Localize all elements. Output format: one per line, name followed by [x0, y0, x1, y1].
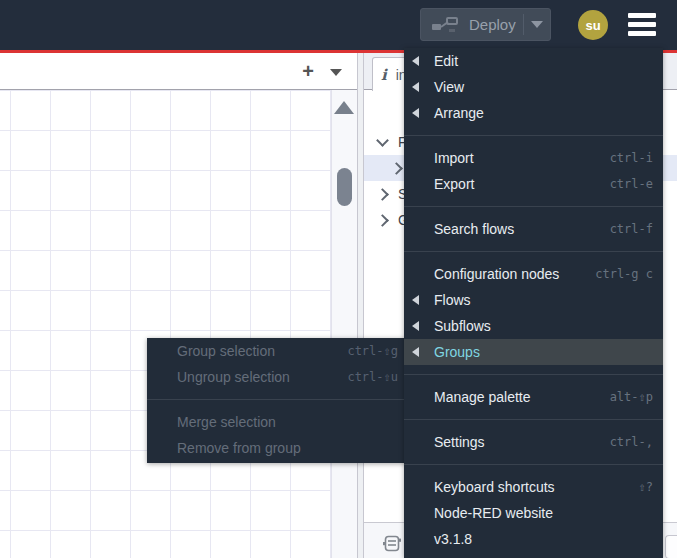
chevron-right-icon	[390, 162, 403, 175]
submenu-item-label: Merge selection	[177, 414, 398, 430]
menu-item-label: Configuration nodes	[434, 266, 595, 282]
menu-item-settings[interactable]: Settingsctrl-,	[404, 429, 663, 455]
flow-canvas[interactable]	[0, 90, 331, 558]
menu-item-flows[interactable]: Flows	[404, 287, 663, 313]
submenu-caret-icon	[412, 56, 419, 66]
submenu-caret-icon	[412, 347, 419, 357]
deploy-icon	[431, 16, 459, 34]
node-red-editor: Deploy su + i in FloSuGlo	[0, 0, 677, 558]
shortcut-label: ctrl-i	[610, 151, 653, 165]
menu-item-v3-1-8[interactable]: v3.1.8	[404, 526, 663, 552]
menu-item-label: View	[434, 79, 653, 95]
menu-item-configuration-nodes[interactable]: Configuration nodesctrl-g c	[404, 261, 663, 287]
chevron-down-icon	[376, 134, 389, 147]
sidebar-splitter[interactable]	[357, 53, 364, 558]
menu-item-arrange[interactable]: Arrange	[404, 100, 663, 126]
menu-item-import[interactable]: Importctrl-i	[404, 145, 663, 171]
menu-item-keyboard-shortcuts[interactable]: Keyboard shortcuts⇧?	[404, 474, 663, 500]
submenu-caret-icon	[412, 108, 419, 118]
shortcut-label: ctrl-⇧g	[347, 344, 398, 358]
sidebar-footer-button[interactable]	[665, 535, 677, 558]
avatar[interactable]: su	[578, 10, 608, 40]
chevron-right-icon	[376, 214, 389, 227]
menu-item-label: Export	[434, 176, 610, 192]
groups-submenu: Group selectionctrl-⇧gUngroup selectionc…	[147, 338, 408, 463]
submenu-item-remove-from-group: Remove from group	[147, 435, 408, 461]
menu-item-label: Keyboard shortcuts	[434, 479, 639, 495]
shortcut-label: ctrl-,	[610, 435, 653, 449]
submenu-separator	[147, 399, 408, 400]
shortcut-label: ctrl-g c	[595, 267, 653, 281]
menu-item-label: v3.1.8	[434, 531, 653, 547]
shortcut-label: ⇧?	[639, 480, 653, 494]
deploy-button[interactable]: Deploy	[420, 8, 551, 41]
submenu-item-ungroup-selection: Ungroup selectionctrl-⇧u	[147, 364, 408, 390]
menu-item-subflows[interactable]: Subflows	[404, 313, 663, 339]
main-menu: EditViewArrangeImportctrl-iExportctrl-eS…	[404, 48, 663, 558]
chevron-right-icon	[376, 188, 389, 201]
menu-item-label: Edit	[434, 53, 653, 69]
menu-separator	[404, 464, 663, 465]
menu-separator	[404, 206, 663, 207]
menu-item-label: Node-RED website	[434, 505, 653, 521]
menu-item-search-flows[interactable]: Search flowsctrl-f	[404, 216, 663, 242]
submenu-caret-icon	[412, 82, 419, 92]
menu-item-label: Flows	[434, 292, 653, 308]
submenu-item-label: Group selection	[177, 343, 347, 359]
menu-item-label: Groups	[434, 344, 653, 360]
menu-separator	[404, 135, 663, 136]
deploy-options-button[interactable]	[524, 21, 550, 28]
menu-item-view[interactable]: View	[404, 74, 663, 100]
submenu-item-merge-selection: Merge selection	[147, 409, 408, 435]
menu-item-edit[interactable]: Edit	[404, 48, 663, 74]
header: Deploy su	[0, 0, 677, 50]
submenu-caret-icon	[412, 321, 419, 331]
shortcut-label: ctrl-⇧u	[347, 370, 398, 384]
shortcut-label: ctrl-e	[610, 177, 653, 191]
submenu-item-group-selection: Group selectionctrl-⇧g	[147, 338, 408, 364]
menu-separator	[404, 374, 663, 375]
menu-item-label: Arrange	[434, 105, 653, 121]
menu-item-groups[interactable]: Groups	[404, 339, 663, 365]
chevron-down-icon	[531, 21, 543, 28]
flow-list-button[interactable]	[330, 69, 342, 76]
menu-separator	[404, 251, 663, 252]
canvas-scrollbar-thumb[interactable]	[337, 168, 352, 206]
menu-item-label: Manage palette	[434, 389, 610, 405]
submenu-caret-icon	[412, 295, 419, 305]
chevron-down-icon	[330, 69, 342, 76]
menu-item-label: Settings	[434, 434, 610, 450]
menu-item-node-red-website[interactable]: Node-RED website	[404, 500, 663, 526]
shortcut-label: alt-⇧p	[610, 390, 653, 404]
canvas-scrollbar-track	[331, 90, 357, 558]
menu-separator	[404, 419, 663, 420]
menu-item-manage-palette[interactable]: Manage palettealt-⇧p	[404, 384, 663, 410]
add-flow-button[interactable]: +	[296, 59, 320, 83]
info-icon: i	[381, 66, 387, 84]
shortcut-label: ctrl-f	[610, 222, 653, 236]
scroll-up-icon[interactable]	[334, 101, 354, 114]
hamburger-icon	[628, 13, 656, 18]
submenu-item-label: Ungroup selection	[177, 369, 347, 385]
menu-item-label: Import	[434, 150, 610, 166]
deploy-button-label: Deploy	[469, 16, 523, 33]
main-menu-button[interactable]	[628, 13, 656, 40]
menu-item-label: Subflows	[434, 318, 653, 334]
submenu-item-label: Remove from group	[177, 440, 398, 456]
node-icon	[382, 535, 402, 557]
menu-item-export[interactable]: Exportctrl-e	[404, 171, 663, 197]
menu-item-label: Search flows	[434, 221, 610, 237]
